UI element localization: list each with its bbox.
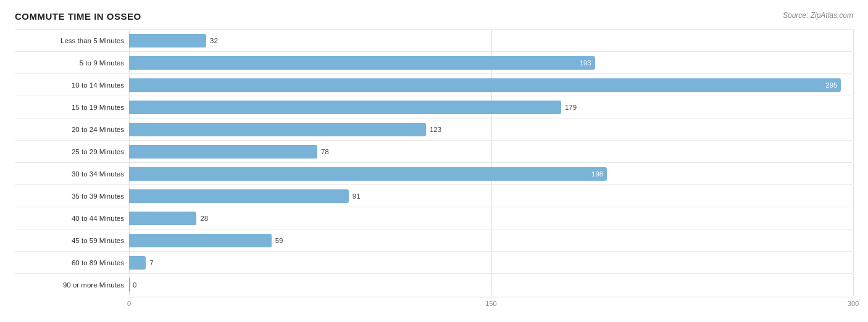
bar-row: Less than 5 Minutes32 xyxy=(15,29,853,51)
bar-label: 40 to 44 Minutes xyxy=(15,215,129,222)
chart-title: COMMUTE TIME IN OSSEO xyxy=(15,11,141,22)
grid-line xyxy=(853,74,854,96)
bar-label: 15 to 19 Minutes xyxy=(15,104,129,111)
bar-area: 59 xyxy=(129,229,853,251)
grid-line xyxy=(491,252,492,273)
x-axis-container: 0150300 xyxy=(129,297,853,309)
bar-row: 90 or more Minutes0 xyxy=(15,273,853,295)
bar xyxy=(129,123,426,136)
bar: 295 xyxy=(129,78,841,92)
bar-row: 20 to 24 Minutes123 xyxy=(15,118,853,140)
bar-value: 28 xyxy=(200,215,208,222)
grid-line xyxy=(491,118,492,140)
bar-value: 193 xyxy=(579,59,591,67)
grid-line xyxy=(491,207,492,229)
grid-line xyxy=(853,52,854,73)
bar xyxy=(129,256,146,270)
bar xyxy=(129,212,196,225)
grid-line xyxy=(491,185,492,207)
bar-value: 295 xyxy=(825,81,837,89)
bar-label: 5 to 9 Minutes xyxy=(15,59,129,67)
bar-label: 45 to 59 Minutes xyxy=(15,237,129,244)
x-axis-area: 0150300 xyxy=(15,297,853,309)
bar-area: 78 xyxy=(129,141,853,162)
bar-row: 25 to 29 Minutes78 xyxy=(15,140,853,162)
grid-line xyxy=(853,252,854,273)
bar-area: 179 xyxy=(129,96,853,118)
bar-area: 28 xyxy=(129,207,853,229)
bar-area: 123 xyxy=(129,118,853,140)
grid-line xyxy=(853,96,854,118)
bar-row: 30 to 34 Minutes198 xyxy=(15,162,853,184)
bar-label: 20 to 24 Minutes xyxy=(15,126,129,133)
grid-line xyxy=(491,229,492,251)
bar-row: 5 to 9 Minutes193 xyxy=(15,51,853,73)
bar-value: 78 xyxy=(321,148,329,155)
bar-label: 90 or more Minutes xyxy=(15,281,129,289)
bar-row: 45 to 59 Minutes59 xyxy=(15,229,853,251)
grid-line xyxy=(491,30,492,51)
grid-line xyxy=(853,185,854,207)
chart-header: COMMUTE TIME IN OSSEO Source: ZipAtlas.c… xyxy=(15,11,853,22)
bar-value: 91 xyxy=(353,192,361,200)
bar-area: 198 xyxy=(129,163,853,184)
grid-line xyxy=(853,30,854,51)
bar-label: 30 to 34 Minutes xyxy=(15,170,129,178)
grid-line xyxy=(491,274,492,295)
grid-line xyxy=(853,163,854,184)
bar: 198 xyxy=(129,167,607,181)
bar: 193 xyxy=(129,56,595,70)
x-axis-label: 300 xyxy=(848,300,859,307)
bar-row: 15 to 19 Minutes179 xyxy=(15,96,853,118)
bar-value: 0 xyxy=(133,281,136,289)
x-axis-label: 0 xyxy=(127,300,131,307)
grid-line xyxy=(853,141,854,162)
bar-value: 198 xyxy=(591,170,603,178)
bar-label: 60 to 89 Minutes xyxy=(15,259,129,266)
bar-label: 25 to 29 Minutes xyxy=(15,148,129,155)
bar-label: 35 to 39 Minutes xyxy=(15,192,129,200)
bar-area: 7 xyxy=(129,252,853,273)
bar-row: 10 to 14 Minutes295 xyxy=(15,73,853,96)
bar-value: 179 xyxy=(565,104,577,111)
bar-label: Less than 5 Minutes xyxy=(15,37,129,44)
grid-line xyxy=(853,118,854,140)
grid-line xyxy=(853,207,854,229)
bar-row: 60 to 89 Minutes7 xyxy=(15,251,853,273)
bar-area: 32 xyxy=(129,30,853,51)
bar xyxy=(129,34,206,47)
bar-value: 123 xyxy=(430,126,441,133)
bar xyxy=(129,101,561,114)
bar xyxy=(129,189,349,203)
bar-area: 295 xyxy=(129,74,853,96)
bar-area: 193 xyxy=(129,52,853,73)
x-axis-label: 150 xyxy=(485,300,496,307)
grid-line xyxy=(853,229,854,251)
bar-area: 91 xyxy=(129,185,853,207)
grid-line xyxy=(853,274,854,295)
bar xyxy=(129,145,317,159)
chart-source: Source: ZipAtlas.com xyxy=(783,11,853,20)
chart-container: COMMUTE TIME IN OSSEO Source: ZipAtlas.c… xyxy=(0,0,868,322)
bar-value: 7 xyxy=(149,259,153,266)
grid-line xyxy=(491,141,492,162)
bar-value: 32 xyxy=(210,37,218,44)
bar-value: 59 xyxy=(275,237,283,244)
bar-label: 10 to 14 Minutes xyxy=(15,81,129,89)
bar-area: 0 xyxy=(129,274,853,295)
bar xyxy=(129,278,130,292)
chart-body: Less than 5 Minutes325 to 9 Minutes19310… xyxy=(15,29,853,295)
bar-row: 35 to 39 Minutes91 xyxy=(15,184,853,207)
bar-row: 40 to 44 Minutes28 xyxy=(15,207,853,229)
bar xyxy=(129,234,272,247)
